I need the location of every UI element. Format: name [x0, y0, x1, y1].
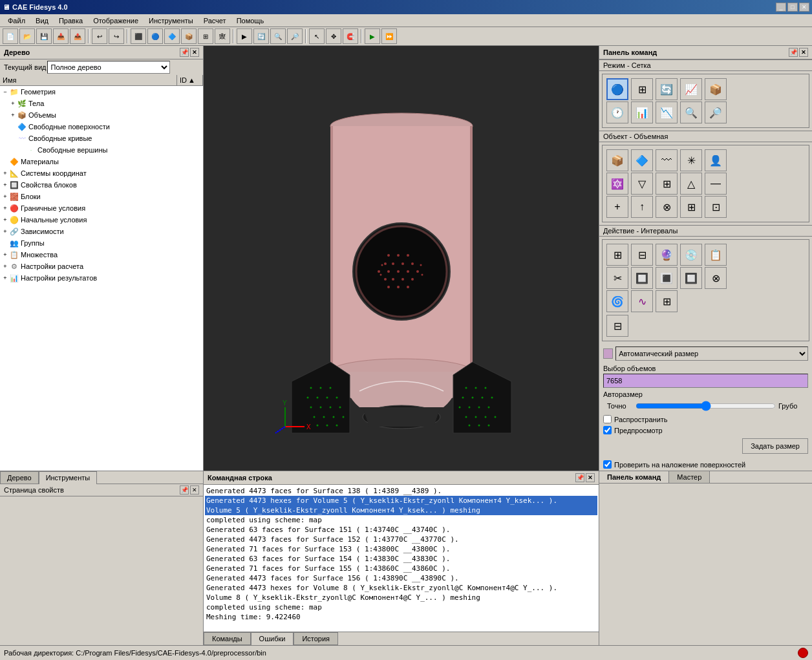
tree-item-initial-conditions[interactable]: + 🟡 Начальные условия: [0, 214, 203, 226]
set-size-button[interactable]: Задать размер: [742, 438, 808, 454]
tb-open[interactable]: 📂: [19, 28, 35, 44]
menu-tools[interactable]: Инструменты: [144, 16, 198, 26]
tb-box[interactable]: ⬛: [131, 28, 146, 44]
menu-display[interactable]: Отображение: [88, 16, 144, 26]
mode-btn-8[interactable]: 📉: [656, 101, 678, 123]
act-btn-6[interactable]: ✂: [606, 267, 628, 289]
tb-redo[interactable]: ↪: [109, 28, 124, 44]
mode-btn-5[interactable]: 📦: [705, 78, 727, 100]
right-panel-controls[interactable]: 📌 ✕: [789, 48, 808, 57]
expand-blocks[interactable]: +: [1, 193, 9, 200]
tb-import[interactable]: 📥: [53, 28, 69, 44]
tree-item-dependencies[interactable]: + 🔗 Зависимости: [0, 226, 203, 237]
autosize-dropdown[interactable]: Автоматический размер: [615, 346, 808, 361]
menu-edit[interactable]: Правка: [54, 16, 88, 26]
tab-tools[interactable]: Инструменты: [39, 471, 98, 484]
viewport[interactable]: X Y: [204, 46, 599, 471]
tree-item-boundary-conditions[interactable]: + 🔴 Граничные условия: [0, 202, 203, 214]
props-panel-controls[interactable]: 📌 ✕: [180, 485, 199, 495]
obj-btn-7[interactable]: ▽: [631, 173, 653, 195]
tree-item-coord-systems[interactable]: + 📐 Системы координат: [0, 167, 203, 179]
act-btn-2[interactable]: ⊟: [631, 244, 653, 266]
tree-item-free-curves[interactable]: 〰 Свободные кривые: [0, 133, 203, 144]
act-btn-4[interactable]: 💿: [680, 244, 702, 266]
tb-new[interactable]: 📄: [3, 28, 18, 44]
props-close[interactable]: ✕: [190, 485, 199, 495]
act-btn-11[interactable]: 🌀: [606, 290, 628, 312]
left-panel-controls[interactable]: 📌 ✕: [180, 48, 199, 57]
obj-btn-1[interactable]: 📦: [606, 149, 628, 171]
check-overlap-checkbox[interactable]: [603, 460, 612, 469]
tb-cube3d[interactable]: 📦: [181, 28, 197, 44]
tab-tree[interactable]: Дерево: [0, 471, 39, 484]
act-btn-9[interactable]: 🔲: [680, 267, 702, 289]
expand-sets[interactable]: +: [1, 251, 9, 258]
volume-select-input[interactable]: 7658: [603, 374, 808, 388]
tree-item-volumes[interactable]: + 📦 Объемы: [0, 109, 203, 121]
tb-rotate[interactable]: 🔄: [253, 28, 269, 44]
cmd-tab-errors[interactable]: Ошибки: [251, 632, 294, 645]
tree-content[interactable]: − 📁 Геометрия + 🌿 Тела + 📦 Объемы 🔷: [0, 86, 203, 471]
tb-sphere[interactable]: 🔵: [147, 28, 163, 44]
spread-checkbox[interactable]: [603, 415, 612, 423]
expand-dependencies[interactable]: +: [1, 228, 9, 235]
tb-zoom-out[interactable]: 🔎: [287, 28, 303, 44]
menu-help[interactable]: Помощь: [231, 16, 270, 26]
tb-zoom-in[interactable]: 🔍: [270, 28, 286, 44]
mode-btn-6[interactable]: 🕐: [606, 101, 628, 123]
minimize-button[interactable]: _: [776, 3, 786, 12]
obj-btn-9[interactable]: △: [680, 173, 702, 195]
left-panel-pin[interactable]: 📌: [180, 48, 189, 57]
act-btn-extra[interactable]: ⊟: [606, 315, 628, 337]
tree-item-bodies[interactable]: + 🌿 Тела: [0, 98, 203, 109]
expand-bodies[interactable]: +: [9, 100, 17, 107]
mode-btn-10[interactable]: 🔎: [705, 101, 727, 123]
tree-item-sets[interactable]: + 📋 Множества: [0, 249, 203, 261]
current-view-select[interactable]: Полное дерево: [47, 61, 170, 74]
tree-item-free-surfaces[interactable]: 🔷 Свободные поверхности: [0, 121, 203, 133]
tree-item-geometry[interactable]: − 📁 Геометрия: [0, 86, 203, 98]
act-btn-8[interactable]: 🔳: [656, 267, 678, 289]
mode-btn-1[interactable]: 🔵: [606, 78, 628, 100]
menu-view[interactable]: Вид: [30, 16, 54, 26]
br-tab-master[interactable]: Мастер: [669, 471, 710, 483]
act-btn-5[interactable]: 📋: [705, 244, 727, 266]
tb-grid[interactable]: ⊞: [198, 28, 213, 44]
command-close[interactable]: ✕: [586, 473, 595, 482]
expand-boundary-conditions[interactable]: +: [1, 205, 9, 211]
tb-undo[interactable]: ↩: [92, 28, 107, 44]
tree-item-calc-settings[interactable]: + ⚙ Настройки расчета: [0, 261, 203, 272]
tb-cylinder[interactable]: 🔷: [164, 28, 180, 44]
preview-checkbox[interactable]: [603, 426, 612, 434]
menu-calc[interactable]: Расчет: [198, 16, 231, 26]
expand-coord-systems[interactable]: +: [1, 170, 9, 176]
obj-btn-3[interactable]: 〰: [656, 149, 678, 171]
props-pin[interactable]: 📌: [180, 485, 189, 495]
obj-btn-11[interactable]: +: [606, 196, 628, 218]
act-btn-10[interactable]: ⊗: [705, 267, 727, 289]
tree-item-blocks[interactable]: + 🧱 Блоки: [0, 191, 203, 202]
tree-item-groups[interactable]: 👥 Группы: [0, 237, 203, 249]
mode-btn-7[interactable]: 📊: [631, 101, 653, 123]
tb-mesh[interactable]: 🕸: [215, 28, 230, 44]
tb-move[interactable]: ✥: [326, 28, 341, 44]
mode-btn-3[interactable]: 🔄: [656, 78, 678, 100]
mode-btn-9[interactable]: 🔍: [680, 101, 702, 123]
viewport-3d[interactable]: X Y: [204, 46, 599, 471]
act-btn-7[interactable]: 🔲: [631, 267, 653, 289]
act-btn-13[interactable]: ⊞: [656, 290, 678, 312]
menu-file[interactable]: Файл: [3, 16, 30, 26]
command-output[interactable]: Generated 4473 faces for Surface 138 ( 1…: [204, 485, 599, 632]
command-panel-controls[interactable]: 📌 ✕: [575, 473, 595, 482]
obj-btn-2[interactable]: 🔷: [631, 149, 653, 171]
expand-geometry[interactable]: −: [1, 89, 9, 95]
right-panel-close[interactable]: ✕: [799, 48, 808, 57]
tb-run2[interactable]: ⏩: [381, 28, 397, 44]
tree-item-block-props[interactable]: + 🔲 Свойства блоков: [0, 179, 203, 191]
obj-btn-10[interactable]: —: [705, 173, 727, 195]
obj-btn-5[interactable]: 👤: [705, 149, 727, 171]
tb-snap[interactable]: 🧲: [343, 28, 358, 44]
tb-select[interactable]: ↖: [309, 28, 325, 44]
cmd-tab-history[interactable]: История: [294, 632, 338, 645]
obj-btn-13[interactable]: ⊗: [656, 196, 678, 218]
